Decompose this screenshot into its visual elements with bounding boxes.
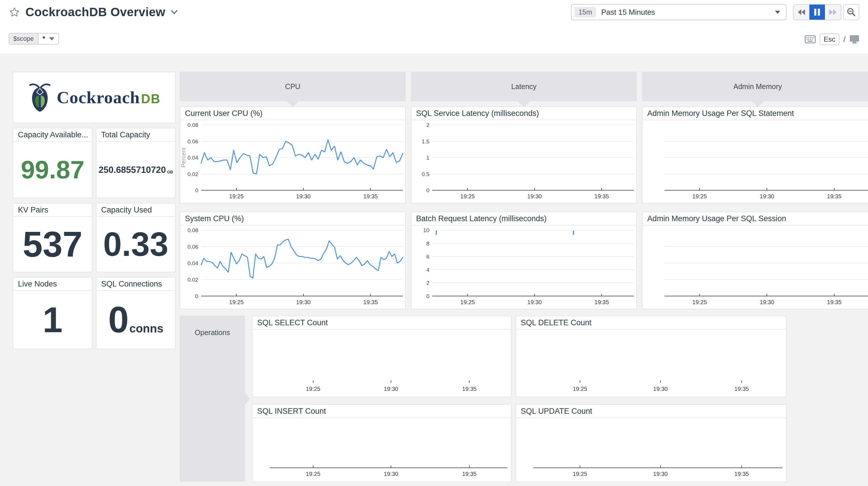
top-bar: CockroachDB Overview 15m Past 15 Minutes <box>0 0 868 54</box>
svg-text:19:35: 19:35 <box>827 193 841 199</box>
svg-text:19:35: 19:35 <box>735 386 749 392</box>
time-range-label: Past 15 Minutes <box>601 8 775 17</box>
template-variable-scope[interactable]: $scope * <box>9 33 59 45</box>
svg-text:Percent: Percent <box>180 147 187 167</box>
panel-sql-insert-count[interactable]: SQL INSERT Count 19:2519:3019:35 <box>252 404 512 482</box>
chart-batch-request-latency[interactable]: 024681019:2519:3019:35 <box>411 226 636 309</box>
star-icon[interactable] <box>9 6 20 18</box>
svg-text:0: 0 <box>195 187 198 193</box>
svg-text:19:30: 19:30 <box>760 299 774 305</box>
chart-sql-select-count[interactable]: 19:2519:3019:35 <box>252 330 511 397</box>
group-header-cpu[interactable]: CPU <box>180 72 406 101</box>
skip-forward-icon <box>829 9 837 16</box>
svg-text:10: 10 <box>423 227 429 233</box>
stat-value: 99.87 <box>21 157 84 182</box>
group-notch <box>286 101 299 107</box>
cockroach-bug-icon <box>28 82 52 113</box>
svg-text:19:25: 19:25 <box>573 386 587 392</box>
panel-admin-memory-session[interactable]: Admin Memory Usage Per SQL Session 19:25… <box>642 211 868 309</box>
stat-value: 537 <box>23 226 83 262</box>
svg-text:19:25: 19:25 <box>692 193 707 199</box>
group-header-operations[interactable]: Operations <box>180 316 245 482</box>
group-header-latency[interactable]: Latency <box>411 72 637 101</box>
svg-text:19:25: 19:25 <box>229 299 244 305</box>
playback-controls <box>793 4 841 20</box>
scope-caret-icon <box>49 37 54 40</box>
chart-title: SQL Service Latency (milliseconds) <box>411 107 636 120</box>
panel-admin-memory-statement[interactable]: Admin Memory Usage Per SQL Statement 19:… <box>642 106 868 203</box>
skip-back-button[interactable] <box>794 5 809 20</box>
scope-variable-name: $scope <box>9 33 38 44</box>
group-label: CPU <box>285 82 301 91</box>
dashboard: CockroachDB Overview 15m Past 15 Minutes <box>0 0 868 486</box>
logo-db: DB <box>141 92 161 106</box>
title-chevron-down-icon[interactable] <box>170 9 178 15</box>
panel-batch-request-latency[interactable]: Batch Request Latency (milliseconds) 024… <box>411 211 637 309</box>
svg-text:19:35: 19:35 <box>735 471 749 477</box>
group-header-admin-memory[interactable]: Admin Memory <box>642 72 868 101</box>
time-range-picker[interactable]: 15m Past 15 Minutes <box>571 4 786 20</box>
chart-sql-service-latency[interactable]: 00.511.5219:2519:3019:35 <box>411 120 636 203</box>
chart-title: System CPU (%) <box>180 212 405 226</box>
chart-title: Current User CPU (%) <box>180 107 405 120</box>
fullscreen-tv-icon[interactable] <box>849 35 859 44</box>
chart-title: Batch Request Latency (milliseconds) <box>411 212 636 226</box>
group-notch <box>245 393 250 404</box>
time-range-caret-icon <box>775 11 780 14</box>
svg-text:0.08: 0.08 <box>188 227 198 233</box>
zoom-out-icon <box>847 7 856 17</box>
chart-admin-memory-statement[interactable]: 19:2519:3019:35 <box>643 120 868 203</box>
panel-sql-update-count[interactable]: SQL UPDATE Count 19:2519:3019:35 <box>516 404 786 482</box>
svg-text:19:30: 19:30 <box>384 471 398 477</box>
stat-capacity-available[interactable]: Capacity Available... 99.87 <box>13 128 92 198</box>
zoom-out-button[interactable] <box>843 4 859 20</box>
stat-sql-connections[interactable]: SQL Connections 0 conns <box>96 277 176 349</box>
svg-text:2: 2 <box>426 122 429 128</box>
chart-system-cpu[interactable]: 00.020.040.060.0819:2519:3019:35 <box>180 226 405 309</box>
svg-text:19:35: 19:35 <box>594 193 609 199</box>
svg-text:19:30: 19:30 <box>384 386 398 392</box>
svg-text:19:30: 19:30 <box>527 299 542 305</box>
esc-key[interactable]: Esc <box>820 33 839 45</box>
panel-sql-select-count[interactable]: SQL SELECT Count 19:2519:3019:35 <box>252 316 512 397</box>
stat-unit: conns <box>129 322 163 335</box>
stat-value: 1 <box>43 302 63 338</box>
skip-forward-button[interactable] <box>825 5 841 20</box>
svg-text:0.06: 0.06 <box>188 244 198 250</box>
chart-sql-insert-count[interactable]: 19:2519:3019:35 <box>252 418 511 482</box>
svg-text:0: 0 <box>195 293 198 299</box>
keyboard-icon[interactable] <box>805 35 816 44</box>
panel-sql-service-latency[interactable]: SQL Service Latency (milliseconds) 00.51… <box>411 106 637 203</box>
svg-text:19:35: 19:35 <box>363 193 378 199</box>
panel-system-cpu[interactable]: System CPU (%) 00.020.040.060.0819:2519:… <box>180 211 406 309</box>
cockroachdb-logo-card: CockroachDB <box>13 72 176 123</box>
chart-current-user-cpu[interactable]: 00.020.040.060.0819:2519:3019:35Percent <box>180 120 405 203</box>
panel-sql-delete-count[interactable]: SQL DELETE Count 19:2519:3019:35 <box>516 316 786 397</box>
svg-text:19:25: 19:25 <box>306 386 320 392</box>
stat-live-nodes[interactable]: Live Nodes 1 <box>13 277 92 349</box>
slash-separator: / <box>843 35 845 44</box>
svg-text:19:35: 19:35 <box>363 299 378 305</box>
svg-text:0.04: 0.04 <box>188 260 198 266</box>
stat-title: SQL Connections <box>96 278 175 291</box>
stat-title: Live Nodes <box>13 278 92 291</box>
svg-text:0: 0 <box>426 187 429 193</box>
stat-title: Total Capacity <box>96 128 175 142</box>
stat-total-capacity[interactable]: Total Capacity 250.6855710720 GB <box>96 128 176 198</box>
chart-sql-update-count[interactable]: 19:2519:3019:35 <box>516 418 786 482</box>
chart-sql-delete-count[interactable]: 19:2519:3019:35 <box>516 330 786 397</box>
stat-kv-pairs[interactable]: KV Pairs 537 <box>13 203 92 273</box>
stat-capacity-used[interactable]: Capacity Used 0.33 <box>96 203 176 273</box>
logo-word: Cockroach <box>57 88 140 107</box>
svg-text:19:35: 19:35 <box>462 471 476 477</box>
group-notch <box>518 101 530 107</box>
skip-back-icon <box>797 9 806 16</box>
scope-value-text: * <box>42 35 45 43</box>
scope-variable-value[interactable]: * <box>38 33 58 44</box>
chart-admin-memory-session[interactable]: 19:2519:3019:35 <box>643 226 868 309</box>
group-notch <box>751 101 764 107</box>
panel-current-user-cpu[interactable]: Current User CPU (%) 00.020.040.060.0819… <box>180 106 406 203</box>
svg-text:19:25: 19:25 <box>460 193 475 199</box>
pause-button[interactable] <box>809 5 825 20</box>
svg-text:1.5: 1.5 <box>422 139 429 145</box>
